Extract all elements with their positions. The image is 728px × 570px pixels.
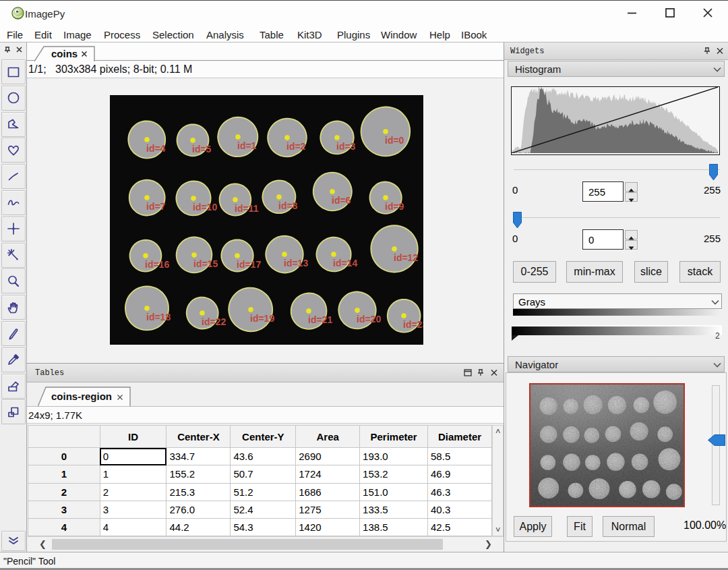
svg-text:id=12: id=12 [394,252,418,263]
svg-text:id=17: id=17 [237,259,261,270]
svg-text:id=18: id=18 [146,312,171,322]
svg-text:id=8: id=8 [278,200,298,211]
svg-text:id=20: id=20 [357,314,381,324]
svg-text:id=1: id=1 [237,140,257,151]
svg-text:id=3: id=3 [336,141,356,152]
svg-text:id=15: id=15 [193,258,218,269]
svg-text:id=21: id=21 [308,314,332,325]
svg-text:id=23: id=23 [403,319,423,330]
svg-text:id=0: id=0 [385,135,404,146]
svg-text:id=2: id=2 [286,141,306,152]
svg-text:id=22: id=22 [202,316,226,327]
svg-text:id=7: id=7 [146,201,166,212]
svg-text:id=4: id=4 [146,143,166,154]
svg-text:id=9: id=9 [385,201,404,212]
svg-text:id=11: id=11 [235,203,259,214]
svg-text:id=19: id=19 [250,313,274,324]
svg-text:id=5: id=5 [192,144,212,154]
svg-text:id=6: id=6 [332,195,351,206]
svg-text:id=14: id=14 [333,258,357,268]
svg-text:id=16: id=16 [145,259,169,270]
svg-text:id=10: id=10 [193,202,217,212]
svg-text:id=13: id=13 [284,258,308,268]
